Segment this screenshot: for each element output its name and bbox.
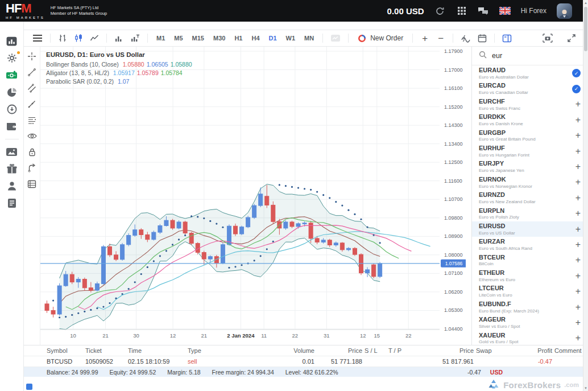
menu-icon[interactable] [30,31,45,45]
timeframe-mn[interactable]: MN [300,31,318,45]
column-header-volume[interactable]: Volume [245,347,317,354]
symbol-row-eurcad[interactable]: EURCADEuro vs Canadian Dollar✓ [472,81,588,96]
symbol-row-eurdkk[interactable]: EURDKKEuro vs Danish Krone+ [472,112,588,127]
timeframe-d1[interactable]: D1 [265,31,281,45]
column-header-time[interactable]: Time [128,347,188,354]
wallet-icon[interactable] [3,120,20,133]
add-symbol-icon[interactable]: + [575,271,581,281]
search-input[interactable] [492,52,583,60]
timeframe-m30[interactable]: M30 [209,31,229,45]
column-header-type[interactable]: Type [188,347,245,354]
timeframe-m1[interactable]: M1 [152,31,169,45]
column-header-symbol[interactable]: Symbol [47,347,85,354]
footer-widget-icon[interactable] [26,384,32,390]
scroll-down-arrow[interactable]: ▼ [583,385,588,391]
settings-gear-icon[interactable] [3,51,20,65]
added-check-icon[interactable]: ✓ [572,69,581,77]
column-header-swap[interactable]: Swap [476,347,509,354]
add-symbol-icon[interactable]: + [575,146,581,157]
column-header-price[interactable]: Price [425,347,476,354]
panel-toggle-icon[interactable] [499,31,515,45]
timeframe-w1[interactable]: W1 [282,31,300,45]
statements-icon[interactable] [3,196,20,210]
symbol-row-ltceur[interactable]: LTCEURLiteCoin vs Euro+ [472,283,588,299]
timeframe-m5[interactable]: M5 [170,31,187,45]
add-symbol-icon[interactable]: + [575,333,581,343]
bar-chart-type-icon[interactable] [55,31,70,45]
symbol-row-etheur[interactable]: ETHEUREthereum vs Euro+ [472,268,588,283]
symbol-row-eubund.f[interactable]: EUBUND.FEuro Bund (Exp: March 2024)+ [472,299,588,315]
add-symbol-icon[interactable]: + [575,318,581,328]
candlestick-type-icon[interactable] [71,31,86,45]
add-symbol-icon[interactable]: + [575,130,581,141]
timeframe-h1[interactable]: H1 [230,31,246,45]
chat-icon[interactable] [478,5,489,17]
add-symbol-icon[interactable]: + [575,255,581,265]
fullscreen-icon[interactable] [564,31,579,45]
new-order-button[interactable]: New Order [353,34,408,43]
lock-icon[interactable] [26,147,38,157]
calendar-icon[interactable] [475,31,490,45]
symbol-row-btceur[interactable]: BTCEURBitCoin+ [472,253,588,268]
objects-list-icon[interactable] [26,179,38,189]
symbol-row-euraud[interactable]: EURAUDEuro vs Australian Dollar✓ [472,65,588,81]
indicators-icon[interactable] [458,31,474,45]
symbol-row-eurpln[interactable]: EURPLNEuro vs Polish Zloty+ [472,206,588,221]
added-check-icon[interactable]: ✓ [572,85,581,93]
add-symbol-icon[interactable]: + [575,224,581,234]
column-header-profit[interactable]: Profit [509,347,554,354]
page-scrollbar[interactable]: ▲ ▼ [583,0,588,391]
symbol-row-eurusd[interactable]: EURUSDEuro vs US Dollar+ [472,221,588,237]
channel-icon[interactable] [26,83,38,93]
symbol-row-eurhuf[interactable]: EURHUFEuro vs Hungarian Forint+ [472,143,588,159]
refresh-icon[interactable] [434,5,446,17]
branch-icon[interactable] [26,163,38,173]
symbol-row-eurnzd[interactable]: EURNZDEuro vs New Zealand Dollar+ [472,190,588,205]
add-symbol-icon[interactable]: + [575,99,581,109]
scroll-up-arrow[interactable]: ▲ [583,0,588,6]
symbol-row-eurnok[interactable]: EURNOKEuro vs Norwegian Kronor+ [472,175,588,190]
add-symbol-icon[interactable]: + [575,162,581,172]
symbol-row-eurgbp[interactable]: EURGBPEuro vs Great Britain Pound+ [472,128,588,143]
platform-icon[interactable] [3,34,20,48]
column-header-price[interactable]: Price [317,347,365,354]
fib-levels-icon[interactable] [26,115,38,125]
add-symbol-icon[interactable]: + [575,193,581,203]
timeframe-h4[interactable]: H4 [247,31,263,45]
add-symbol-icon[interactable]: + [575,177,581,187]
profile-icon[interactable] [3,179,20,193]
add-symbol-icon[interactable]: + [575,208,581,219]
timeframe-m15[interactable]: M15 [188,31,208,45]
symbol-row-xaueur[interactable]: XAUEURGold vs Euro / Spot+ [472,331,588,345]
avatar[interactable] [557,3,572,19]
position-row[interactable]: BTCUSD1050905202.15 18:10:59sell0.0151 7… [24,356,588,367]
price-chart[interactable]: 1.179001.170001.161001.152001.143001.134… [40,47,466,341]
analytics-pie-icon[interactable] [3,85,20,99]
gallery-icon[interactable] [3,145,20,159]
symbol-row-eurchf[interactable]: EURCHFEuro vs Swiss Franc+ [472,97,588,112]
history-icon[interactable] [3,102,20,116]
column-header-tp[interactable]: T / P [388,347,425,354]
ray-icon[interactable] [26,99,38,109]
symbol-row-eurjpy[interactable]: EURJPYEuro vs Japanese Yen+ [472,159,588,174]
volume-icon[interactable] [111,31,126,45]
apps-grid-icon[interactable] [456,5,467,17]
column-header-ticket[interactable]: Ticket [85,347,128,354]
add-symbol-icon[interactable]: + [575,286,581,297]
chart-canvas[interactable]: EURUSD, D1: Euro vs US Dollar Bollinger … [40,47,471,345]
zoom-in-icon[interactable]: + [417,31,432,45]
eye-icon[interactable] [26,131,38,141]
screenshot-camera-icon[interactable] [540,31,556,45]
tick-volume-icon[interactable] [127,31,143,45]
column-header-sl[interactable]: S / L [365,347,388,354]
line-chart-type-icon[interactable] [87,31,102,45]
add-symbol-icon[interactable]: + [575,240,581,250]
deposit-icon[interactable] [3,68,20,82]
symbol-row-xageur[interactable]: XAGEURSilver vs Euro / Spot+ [472,315,588,330]
language-flag-uk-icon[interactable] [499,5,511,17]
zoom-out-icon[interactable]: − [433,31,448,45]
add-symbol-icon[interactable]: + [575,115,581,125]
trendline-icon[interactable] [26,67,38,77]
crosshair-icon[interactable] [26,51,38,61]
add-symbol-icon[interactable]: + [575,302,581,312]
